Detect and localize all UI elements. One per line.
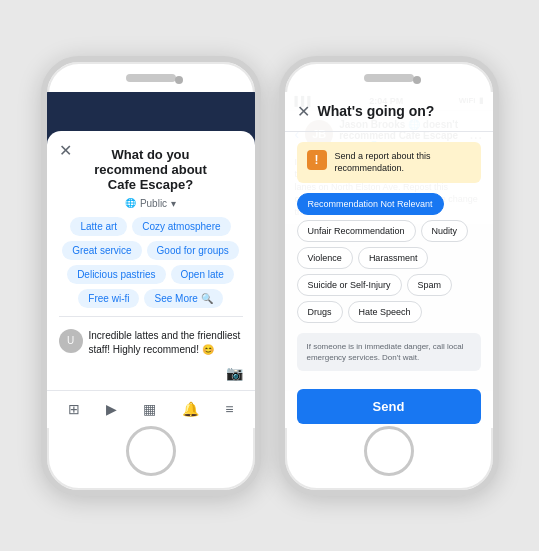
recommend-tag[interactable]: Great service <box>62 241 141 260</box>
close-icon[interactable]: ✕ <box>297 102 310 121</box>
report-tag[interactable]: Nudity <box>421 220 469 242</box>
report-tag[interactable]: Drugs <box>297 301 343 323</box>
report-tag[interactable]: Suicide or Self-Injury <box>297 274 402 296</box>
phone1-background: ✕ What do you recommend about Cafe Escap… <box>47 92 255 428</box>
menu-icon[interactable]: ≡ <box>225 401 233 417</box>
emergency-info-box: If someone is in immediate danger, call … <box>297 333 481 371</box>
close-icon[interactable]: ✕ <box>59 141 72 160</box>
recommend-tag[interactable]: Open late <box>171 265 234 284</box>
public-label: Public <box>140 198 167 209</box>
report-modal: ✕ What's going on? ! Send a report about… <box>285 92 493 428</box>
recommend-modal: ✕ What do you recommend about Cafe Escap… <box>47 131 255 428</box>
recommend-tag[interactable]: See More 🔍 <box>144 289 222 308</box>
modal-body: ! Send a report about this recommendatio… <box>285 132 493 382</box>
home-icon[interactable]: ⊞ <box>68 401 80 417</box>
public-selector[interactable]: 🌐 Public ▾ <box>59 198 243 209</box>
camera-dot-2 <box>413 76 421 84</box>
recommend-tag[interactable]: Free wi-fi <box>78 289 139 308</box>
report-tag[interactable]: Recommendation Not Relevant <box>297 193 444 215</box>
phone-1: ✕ What do you recommend about Cafe Escap… <box>41 56 261 496</box>
modal-title: What do you recommend about Cafe Escape? <box>59 147 243 192</box>
report-tag[interactable]: Violence <box>297 247 353 269</box>
video-icon[interactable]: ▶ <box>106 401 117 417</box>
recommend-tag[interactable]: Latte art <box>70 217 127 236</box>
warning-icon: ! <box>307 150 327 170</box>
report-tag[interactable]: Hate Speech <box>348 301 422 323</box>
modal-overlay: ✕ What do you recommend about Cafe Escap… <box>47 92 255 428</box>
user-avatar: U <box>59 329 83 353</box>
info-text: Send a report about this recommendation. <box>335 150 471 175</box>
camera-dot <box>175 76 183 84</box>
send-button[interactable]: Send <box>297 389 481 424</box>
report-tag[interactable]: Spam <box>407 274 453 296</box>
globe-icon: 🌐 <box>125 198 136 208</box>
review-text: Incredible lattes and the friendliest st… <box>89 329 243 357</box>
report-tags-container: Recommendation Not RelevantUnfair Recomm… <box>297 193 481 323</box>
recommend-tag[interactable]: Delicious pastries <box>67 265 165 284</box>
report-tag[interactable]: Harassment <box>358 247 429 269</box>
chevron-down-icon: ▾ <box>171 198 176 209</box>
report-tag[interactable]: Unfair Recommendation <box>297 220 416 242</box>
phone2-content: ▌▌▌ 2:04 PM WiFi ▮ ‹ JB Jason Brooks 🌐 d… <box>285 92 493 428</box>
notifications-icon[interactable]: 🔔 <box>182 401 199 417</box>
tags-container: Latte artCozy atmosphereGreat serviceGoo… <box>59 217 243 308</box>
recommend-tag[interactable]: Good for groups <box>147 241 239 260</box>
phone-2: ▌▌▌ 2:04 PM WiFi ▮ ‹ JB Jason Brooks 🌐 d… <box>279 56 499 496</box>
marketplace-icon[interactable]: ▦ <box>143 401 156 417</box>
info-banner: ! Send a report about this recommendatio… <box>297 142 481 183</box>
bottom-nav-bar: ⊞ ▶ ▦ 🔔 ≡ <box>47 390 255 428</box>
modal-title: What's going on? <box>318 103 435 119</box>
modal-header: ✕ What's going on? <box>285 92 493 132</box>
recommend-tag[interactable]: Cozy atmosphere <box>132 217 230 236</box>
divider <box>59 316 243 317</box>
camera-icon[interactable]: 📷 <box>59 361 243 385</box>
review-input-area: U Incredible lattes and the friendliest … <box>59 325 243 361</box>
